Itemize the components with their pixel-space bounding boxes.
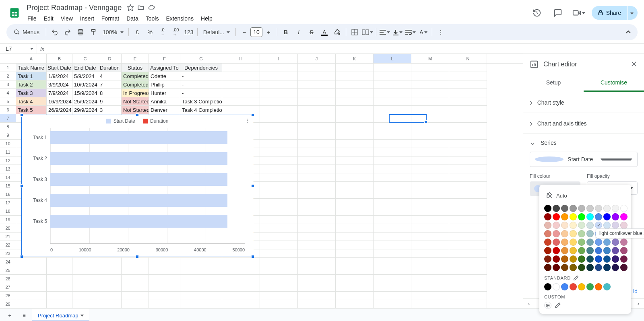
cell[interactable]: Task 1 bbox=[16, 72, 47, 80]
cell[interactable] bbox=[298, 283, 336, 292]
cell[interactable] bbox=[222, 89, 260, 97]
cell[interactable] bbox=[411, 80, 449, 89]
cell[interactable] bbox=[222, 106, 260, 114]
menu-insert[interactable]: Insert bbox=[77, 14, 97, 23]
cell[interactable] bbox=[374, 131, 411, 140]
decrease-font-size-button[interactable]: − bbox=[238, 26, 250, 38]
bold-button[interactable]: B bbox=[280, 26, 292, 38]
row-header[interactable]: 10 bbox=[0, 140, 16, 148]
color-swatch[interactable] bbox=[544, 230, 551, 237]
cell[interactable] bbox=[374, 233, 411, 241]
cell[interactable] bbox=[298, 216, 336, 224]
color-swatch[interactable] bbox=[612, 222, 619, 229]
color-swatch[interactable] bbox=[586, 230, 594, 237]
color-swatch[interactable] bbox=[544, 255, 551, 263]
zoom-select[interactable]: 100% bbox=[100, 27, 126, 37]
color-swatch[interactable] bbox=[586, 283, 594, 290]
row-header[interactable]: 16 bbox=[0, 190, 16, 199]
color-swatch[interactable] bbox=[578, 247, 585, 254]
cell[interactable] bbox=[260, 131, 298, 140]
cell[interactable] bbox=[260, 300, 298, 308]
cell[interactable] bbox=[336, 140, 374, 148]
currency-pound-button[interactable]: £ bbox=[131, 26, 143, 38]
color-swatch[interactable] bbox=[612, 247, 619, 254]
cell[interactable]: - bbox=[180, 89, 222, 97]
cell[interactable]: 1/9/2024 bbox=[47, 72, 72, 80]
color-swatch[interactable] bbox=[561, 205, 568, 212]
cell[interactable] bbox=[222, 72, 260, 80]
cell[interactable] bbox=[149, 275, 180, 283]
edit-icon[interactable] bbox=[573, 275, 579, 281]
color-swatch[interactable] bbox=[586, 264, 594, 271]
row-header[interactable]: 6 bbox=[0, 106, 16, 114]
cell[interactable]: 29/9/2024 bbox=[72, 106, 98, 114]
cell[interactable] bbox=[298, 233, 336, 241]
cell[interactable] bbox=[298, 266, 336, 275]
cell[interactable] bbox=[98, 266, 122, 275]
color-swatch[interactable] bbox=[595, 205, 602, 212]
cell[interactable] bbox=[336, 224, 374, 233]
color-swatch[interactable] bbox=[620, 239, 627, 246]
cell[interactable]: Status bbox=[122, 64, 149, 72]
cell[interactable] bbox=[298, 275, 336, 283]
color-swatch[interactable] bbox=[595, 255, 602, 263]
color-swatch[interactable] bbox=[553, 205, 560, 212]
cell[interactable]: Phillip bbox=[149, 80, 180, 89]
cell[interactable]: End Date bbox=[72, 64, 98, 72]
cell[interactable] bbox=[374, 241, 411, 249]
cell[interactable] bbox=[47, 275, 72, 283]
column-header[interactable]: J bbox=[298, 54, 336, 63]
color-swatch[interactable] bbox=[620, 222, 627, 229]
cell[interactable] bbox=[449, 140, 487, 148]
cell[interactable] bbox=[411, 148, 449, 156]
row-header[interactable]: 11 bbox=[0, 148, 16, 156]
borders-button[interactable] bbox=[349, 26, 361, 38]
row-header[interactable]: 7 bbox=[0, 114, 16, 123]
cell[interactable] bbox=[336, 249, 374, 258]
cell[interactable] bbox=[298, 249, 336, 258]
cell[interactable] bbox=[411, 199, 449, 207]
color-swatch[interactable] bbox=[586, 255, 594, 263]
cell[interactable] bbox=[336, 233, 374, 241]
column-header[interactable]: E bbox=[122, 54, 149, 63]
cell[interactable]: Task 4 bbox=[16, 97, 47, 106]
cell[interactable] bbox=[260, 123, 298, 131]
cell[interactable] bbox=[149, 258, 180, 266]
cell[interactable]: 26/9/2024 bbox=[47, 106, 72, 114]
color-swatch[interactable] bbox=[603, 239, 611, 246]
cell[interactable] bbox=[298, 148, 336, 156]
sheet-tab[interactable]: Project Roadmap bbox=[32, 309, 89, 321]
cell[interactable] bbox=[411, 97, 449, 106]
cell[interactable] bbox=[298, 80, 336, 89]
text-wrap-button[interactable] bbox=[405, 26, 417, 38]
cell[interactable]: Task Name bbox=[16, 64, 47, 72]
color-swatch[interactable] bbox=[586, 247, 594, 254]
cell[interactable] bbox=[411, 156, 449, 165]
cell[interactable] bbox=[411, 207, 449, 216]
cell[interactable] bbox=[298, 114, 336, 123]
color-swatch[interactable] bbox=[544, 213, 551, 220]
row-header[interactable]: 3 bbox=[0, 80, 16, 89]
cell[interactable] bbox=[298, 224, 336, 233]
cell[interactable] bbox=[374, 292, 411, 300]
cell[interactable]: Task 3 bbox=[16, 89, 47, 97]
color-swatch[interactable] bbox=[570, 264, 577, 271]
column-header[interactable]: M bbox=[411, 54, 449, 63]
cell[interactable] bbox=[449, 123, 487, 131]
color-swatch[interactable] bbox=[544, 222, 551, 229]
cell[interactable] bbox=[222, 283, 260, 292]
cell[interactable]: 7/9/2024 bbox=[47, 89, 72, 97]
cell[interactable] bbox=[374, 190, 411, 199]
color-swatch[interactable] bbox=[586, 222, 594, 229]
cell[interactable] bbox=[411, 89, 449, 97]
add-custom-color-button[interactable]: ⊕ bbox=[544, 302, 551, 309]
color-swatch[interactable] bbox=[603, 213, 611, 220]
cell[interactable] bbox=[260, 106, 298, 114]
color-swatch[interactable] bbox=[553, 239, 560, 246]
cell[interactable] bbox=[449, 266, 487, 275]
cell[interactable]: Completed bbox=[122, 72, 149, 80]
cell[interactable] bbox=[374, 106, 411, 114]
cell[interactable] bbox=[260, 97, 298, 106]
row-header[interactable]: 28 bbox=[0, 292, 16, 300]
color-swatch[interactable] bbox=[570, 255, 577, 263]
